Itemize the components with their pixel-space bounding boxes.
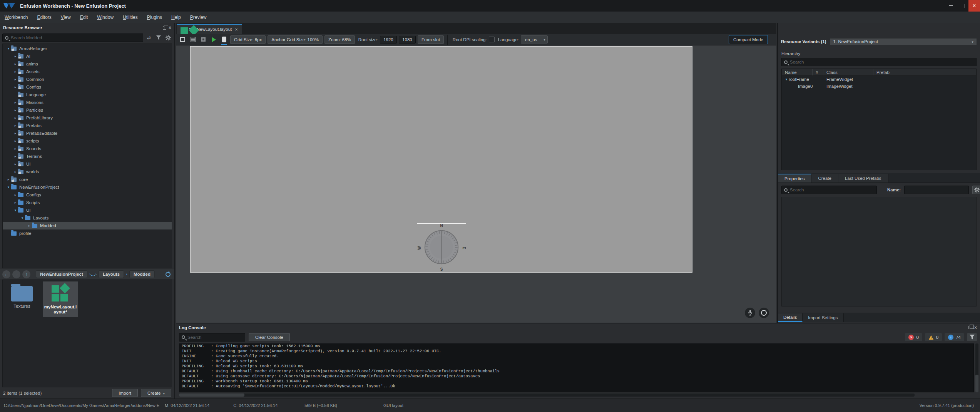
frame-tool-button[interactable] bbox=[178, 35, 187, 44]
tree-item[interactable]: ▸ AI bbox=[3, 52, 172, 60]
properties-search-input[interactable] bbox=[790, 188, 874, 192]
hierarchy-row[interactable]: Image0 ImageWidget bbox=[782, 83, 976, 90]
breadcrumb-item[interactable]: › bbox=[125, 270, 128, 278]
filter-button[interactable] bbox=[155, 34, 162, 42]
breadcrumb-item[interactable]: Layouts bbox=[99, 270, 124, 278]
dpi-scaling-checkbox[interactable] bbox=[489, 37, 495, 42]
expand-arrow[interactable]: ▾ bbox=[784, 77, 789, 81]
nav-up-button[interactable] bbox=[22, 270, 30, 278]
menu-item[interactable]: Editors bbox=[37, 15, 51, 20]
tree-item[interactable]: ▸ Missions bbox=[3, 99, 172, 106]
details-tab[interactable]: Import Settings bbox=[803, 313, 843, 322]
tree-expand-arrow[interactable]: ▸ bbox=[13, 193, 18, 197]
tree-item[interactable]: ▸ core bbox=[3, 176, 172, 183]
compact-mode-button[interactable]: Compact Mode bbox=[729, 35, 768, 44]
properties-tab[interactable]: Create bbox=[811, 174, 838, 183]
tree-item[interactable]: ▸ PrefabLibrary bbox=[3, 114, 172, 122]
tree-item[interactable]: ▸ Assets bbox=[3, 68, 172, 75]
tree-expand-arrow[interactable]: ▾ bbox=[6, 47, 11, 50]
tree-expand-arrow[interactable]: ▾ bbox=[6, 185, 11, 189]
device-preview-button[interactable] bbox=[220, 35, 228, 44]
tree-item[interactable]: ▸ Terrains bbox=[3, 152, 172, 160]
column-header-class[interactable]: Class bbox=[823, 69, 873, 75]
tree-item[interactable]: ▸ Modded bbox=[3, 222, 172, 229]
editor-viewport[interactable]: N S W E bbox=[176, 45, 776, 323]
scrollbar-handle[interactable] bbox=[975, 375, 978, 392]
variant-select[interactable]: 1. NewEnfusionProject bbox=[830, 38, 977, 45]
tab-mynewlayout[interactable]: *myNewLayout.layout bbox=[177, 24, 242, 34]
create-button[interactable]: Create bbox=[141, 389, 171, 397]
tab-close-icon[interactable] bbox=[235, 27, 238, 32]
menu-item[interactable]: Workbench bbox=[5, 15, 28, 20]
tree-expand-arrow[interactable]: ▸ bbox=[13, 139, 18, 143]
tree-expand-arrow[interactable]: ▸ bbox=[13, 170, 18, 174]
tree-expand-arrow[interactable]: ▸ bbox=[13, 131, 18, 135]
close-button[interactable] bbox=[968, 0, 980, 12]
root-width-input[interactable] bbox=[380, 36, 397, 44]
menu-item[interactable]: View bbox=[61, 15, 71, 20]
tree-expand-arrow[interactable]: ▸ bbox=[13, 108, 18, 112]
tree-item[interactable]: ▸ PrefabsEditable bbox=[3, 129, 172, 137]
nav-forward-button[interactable] bbox=[12, 270, 20, 278]
tree-expand-arrow[interactable]: ▸ bbox=[13, 85, 18, 89]
play-button[interactable] bbox=[209, 35, 218, 44]
zoom-level-button[interactable]: Zoom: 68% bbox=[324, 35, 355, 44]
tree-item[interactable]: ▾ ArmaReforger bbox=[3, 45, 172, 52]
menu-item[interactable]: Preview bbox=[190, 15, 207, 20]
resource-search-input[interactable] bbox=[11, 35, 140, 40]
from-slot-button[interactable]: From slot bbox=[418, 35, 444, 44]
tree-expand-arrow[interactable]: ▸ bbox=[13, 100, 18, 104]
root-height-input[interactable] bbox=[399, 36, 416, 44]
tree-expand-arrow[interactable]: ▸ bbox=[13, 201, 18, 204]
column-header-number[interactable]: # bbox=[813, 69, 823, 75]
close-panel-icon[interactable]: × bbox=[974, 325, 977, 330]
widget-name-input[interactable] bbox=[904, 186, 969, 194]
settings-button[interactable] bbox=[164, 34, 172, 42]
hierarchy-row[interactable]: ▾rootFrame FrameWidget bbox=[782, 76, 976, 83]
minimize-button[interactable] bbox=[945, 0, 957, 12]
breadcrumb-item[interactable]: Modded bbox=[129, 270, 155, 278]
tree-expand-arrow[interactable]: ▸ bbox=[13, 70, 18, 74]
grid-size-button[interactable]: Grid Size: 8px bbox=[230, 35, 266, 44]
properties-search[interactable] bbox=[781, 186, 877, 194]
tree-item[interactable]: ▸ Prefabs bbox=[3, 122, 172, 129]
scrollbar-handle[interactable] bbox=[179, 394, 244, 397]
tree-item[interactable]: ▸ Configs bbox=[3, 83, 172, 91]
microphone-button[interactable] bbox=[745, 308, 755, 318]
column-header-prefab[interactable]: Prefab bbox=[873, 69, 976, 75]
details-tab[interactable]: Details bbox=[778, 313, 803, 322]
tree-expand-arrow[interactable]: ▸ bbox=[13, 147, 18, 151]
properties-tab[interactable]: Properties bbox=[778, 174, 811, 183]
tree-item[interactable]: ▸ anims bbox=[3, 60, 172, 68]
log-filter-button[interactable] bbox=[967, 333, 977, 341]
tree-expand-arrow[interactable]: ▸ bbox=[6, 178, 11, 181]
info-count-badge[interactable]: 74 bbox=[945, 333, 964, 341]
breadcrumb-item[interactable]: NewEnfusionProject bbox=[36, 270, 87, 278]
tree-item[interactable]: ▸ Particles bbox=[3, 106, 172, 114]
properties-tab[interactable]: Last Used Prefabs bbox=[838, 174, 888, 183]
maximize-button[interactable] bbox=[957, 0, 968, 12]
log-vertical-scrollbar[interactable] bbox=[975, 343, 978, 392]
tree-expand-arrow[interactable]: ▾ bbox=[20, 216, 25, 220]
tree-item[interactable]: ▸ Sounds bbox=[3, 145, 172, 152]
undock-panel-icon[interactable] bbox=[163, 26, 166, 30]
tree-item[interactable]: profile bbox=[3, 229, 172, 237]
swap-view-button[interactable] bbox=[145, 34, 153, 42]
tree-expand-arrow[interactable]: ▸ bbox=[13, 154, 18, 158]
menu-item[interactable]: Plugins bbox=[147, 15, 162, 20]
undock-panel-icon[interactable] bbox=[968, 326, 972, 329]
tree-item[interactable]: ▾ Layouts bbox=[3, 214, 172, 222]
menu-item[interactable]: Help bbox=[171, 15, 181, 20]
error-count-badge[interactable]: 0 bbox=[905, 333, 922, 341]
column-header-name[interactable]: Name bbox=[782, 69, 813, 75]
tree-expand-arrow[interactable]: ▸ bbox=[13, 124, 18, 127]
menu-item[interactable]: Edit bbox=[80, 15, 88, 20]
log-horizontal-scrollbar[interactable] bbox=[179, 394, 915, 397]
tree-expand-arrow[interactable]: ▸ bbox=[13, 162, 18, 166]
selected-image-widget[interactable]: N S W E bbox=[417, 223, 466, 272]
import-button[interactable]: Import bbox=[112, 389, 138, 397]
properties-settings-button[interactable] bbox=[972, 186, 980, 194]
layout-canvas[interactable]: N S W E bbox=[190, 46, 692, 273]
tree-item[interactable]: ▾ UI bbox=[3, 206, 172, 214]
tree-expand-arrow[interactable]: ▸ bbox=[13, 116, 18, 120]
